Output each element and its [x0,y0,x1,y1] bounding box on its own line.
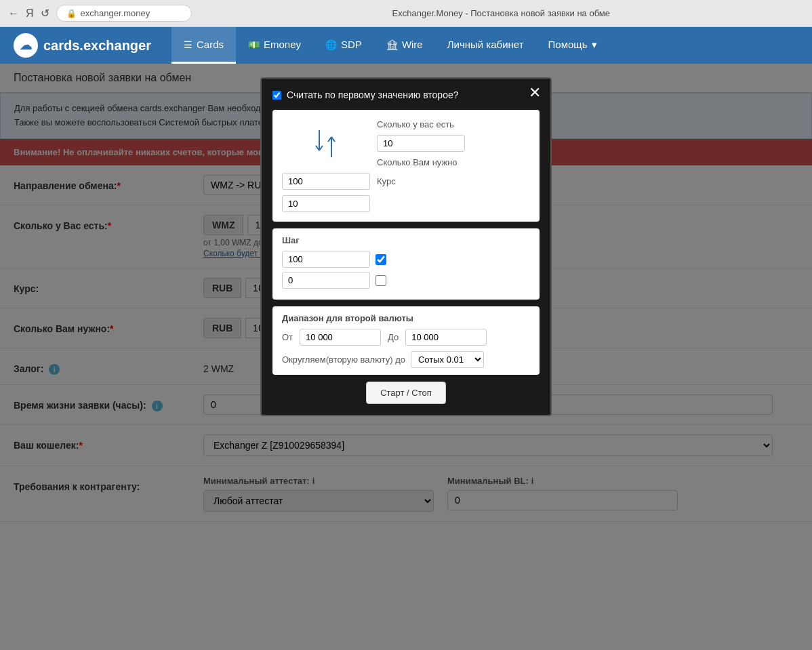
page-content: Постановка новой заявки на обмен Для раб… [0,64,812,650]
nav-item-cabinet[interactable]: Личный кабинет [435,27,536,64]
step-input-2[interactable] [282,272,370,289]
calculate-checkbox[interactable] [272,91,281,100]
from-label: От [282,332,293,342]
step-checkbox-1[interactable] [375,254,386,265]
modal-step-section: Шаг [272,228,540,300]
modal-calc-section: Сколько у вас есть Сколько Вам нужно Кур… [272,110,540,222]
back-button[interactable]: ← [8,7,19,20]
nav-cabinet-label: Личный кабинет [447,39,524,50]
step-input-1[interactable] [282,251,370,268]
nav-emoney-label: Emoney [264,39,301,50]
emoney-icon: 💵 [248,39,260,50]
round-row: Округляем(вторую валюту) до Сотых 0.01 Д… [282,351,530,368]
lock-icon: 🔒 [66,9,77,18]
modal-box: ✕ Считать по первому значению второе? [260,77,552,416]
step-row-1 [282,251,530,268]
url-bar[interactable]: 🔒 exchanger.money [56,5,192,22]
swap-icon [312,127,340,161]
range-label: Диапазон для второй валюты [282,313,530,323]
round-label: Округляем(вторую валюту) до [282,354,405,365]
need-input[interactable] [282,173,370,190]
to-label: До [388,332,399,342]
modal-calc-grid: Сколько у вас есть Сколько Вам нужно Кур… [282,119,530,212]
need-label: Сколько Вам нужно [377,157,458,167]
logo-icon: ☁ [14,33,38,58]
step-row-2 [282,272,530,289]
modal-checkbox-row: Считать по первому значению второе? [272,89,540,100]
modal-overlay: ✕ Считать по первому значению второе? [0,64,812,650]
yandex-icon[interactable]: Я [26,7,34,20]
nav-sdp-label: SDP [341,39,362,50]
url-text: exchanger.money [81,8,150,18]
nav-help-label: Помощь [548,39,588,50]
modal-checkbox-label: Считать по первому значению второе? [287,89,459,100]
nav-cards-label: Cards [197,39,224,50]
brand-logo[interactable]: ☁ cards.exchanger [14,33,151,58]
rate-input[interactable] [282,195,370,212]
help-dropdown-icon: ▾ [592,39,597,51]
step-label: Шаг [282,235,530,245]
nav-item-help[interactable]: Помощь ▾ [536,27,609,64]
have-label: Сколько у вас есть [377,119,454,129]
have-input[interactable] [377,135,465,152]
nav-links: ☰ Cards 💵 Emoney 🌐 SDP 🏦 Wire Личный каб… [171,27,798,64]
step-checkbox-2[interactable] [375,275,386,286]
to-input[interactable] [405,329,487,346]
reload-button[interactable]: ↺ [41,7,49,20]
wire-icon: 🏦 [386,39,398,50]
nav-item-sdp[interactable]: 🌐 SDP [313,27,374,64]
navbar: ☁ cards.exchanger ☰ Cards 💵 Emoney 🌐 SDP… [0,27,812,64]
sdp-icon: 🌐 [325,39,337,50]
range-row: От До [282,329,530,346]
nav-item-emoney[interactable]: 💵 Emoney [236,27,313,64]
nav-item-wire[interactable]: 🏦 Wire [374,27,435,64]
from-input[interactable] [300,329,381,346]
browser-title: Exchanger.Money - Постановка новой заявк… [199,8,804,18]
start-stop-button[interactable]: Старт / Стоп [366,382,446,404]
cards-icon: ☰ [184,39,192,50]
nav-item-cards[interactable]: ☰ Cards [171,27,236,64]
modal-range-section: Диапазон для второй валюты От До Округля… [272,306,540,375]
round-select[interactable]: Сотых 0.01 Десятых 0.1 Единиц 1 Десятков… [411,351,484,368]
rate-label: Курс [377,176,396,186]
brand-name: cards.exchanger [43,38,151,54]
browser-chrome: ← Я ↺ 🔒 exchanger.money Exchanger.Money … [0,0,812,27]
modal-close-button[interactable]: ✕ [529,85,541,100]
nav-wire-label: Wire [402,39,423,50]
